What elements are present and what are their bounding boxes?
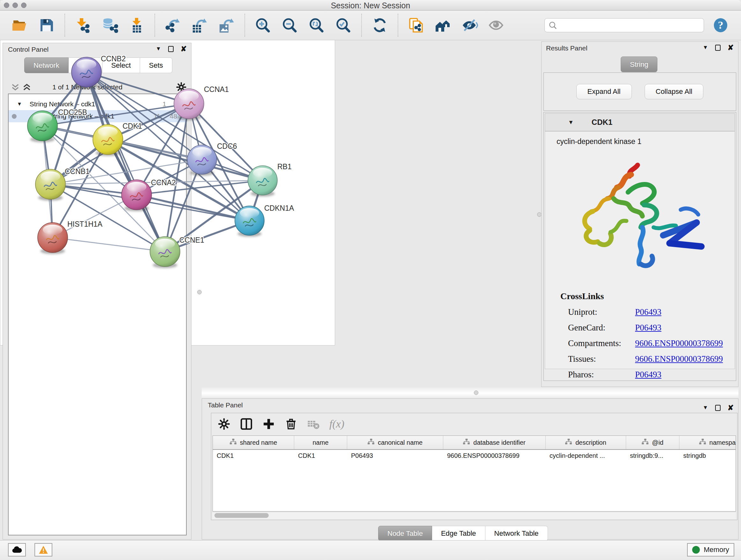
node-label: CCNB2 <box>101 55 126 63</box>
crosslink-row: Uniprot: P06493 <box>560 307 723 317</box>
network-canvas[interactable]: CCNB2CCNA1CDC25BCDK1CDC6RB1CCNB1CCNA2CDK… <box>0 0 334 327</box>
column-header-name[interactable]: name <box>294 436 347 449</box>
show-columns-icon[interactable] <box>240 418 253 430</box>
delete-table-icon-disabled <box>307 418 320 430</box>
help-icon[interactable]: ? <box>712 17 729 33</box>
column-header--id[interactable]: @id <box>626 436 679 449</box>
network-edge <box>86 72 189 104</box>
toolbar-separator <box>361 14 362 37</box>
horizontal-splitter[interactable] <box>202 388 738 398</box>
cloud-icon <box>11 546 22 554</box>
node-section-body: cyclin-dependent kinase 1 <box>545 131 735 369</box>
tab-string[interactable]: String <box>621 57 657 72</box>
status-bar: Memory <box>0 540 741 560</box>
column-header-database-identifier[interactable]: database identifier <box>443 436 546 449</box>
panel-menu-icon[interactable]: ▼ <box>703 44 708 51</box>
network-node: HIST1H1A <box>38 220 103 254</box>
section-collapse-icon[interactable]: ▼ <box>568 119 574 126</box>
node-label: HIST1H1A <box>67 220 103 228</box>
tab-edge-table[interactable]: Edge Table <box>432 526 485 541</box>
crosslink-link[interactable]: 9606.ENSP00000378699 <box>635 338 723 348</box>
crosslink-link[interactable]: P06493 <box>635 370 662 380</box>
table-cell[interactable]: stringdb <box>679 450 736 462</box>
panel-close-icon[interactable]: ✘ <box>728 45 734 51</box>
panel-menu-icon[interactable]: ▼ <box>703 405 708 411</box>
refresh-layout-icon[interactable] <box>372 17 388 33</box>
node-description: cyclin-dependent kinase 1 <box>556 137 642 146</box>
splitter-handle[interactable] <box>537 212 542 217</box>
hide-panel-eye-icon[interactable] <box>461 17 478 33</box>
memory-button[interactable]: Memory <box>687 543 734 557</box>
table-options-gear-icon[interactable] <box>218 418 230 430</box>
column-header-description[interactable]: description <box>546 436 626 449</box>
network-view: CCNB2CCNA1CDC25BCDK1CDC6RB1CCNB1CCNA2CDK… <box>0 0 335 346</box>
table-cell[interactable]: CDK1 <box>213 450 294 462</box>
table-cell[interactable]: P06493 <box>347 450 443 462</box>
table-horizontal-scrollbar[interactable] <box>212 512 736 519</box>
create-column-plus-icon[interactable] <box>262 418 275 430</box>
scrollbar-thumb[interactable] <box>214 513 269 518</box>
node-label: CCNA1 <box>204 85 229 94</box>
expand-all-button[interactable]: Expand All <box>576 84 632 99</box>
node-label: RB1 <box>277 163 292 171</box>
search-icon <box>548 21 558 30</box>
results-panel: Results Panel ▼ ✘ String Expand All Coll… <box>541 42 738 387</box>
warning-status-button[interactable] <box>35 543 52 557</box>
network-node: CCNA1 <box>174 85 229 120</box>
search-input[interactable] <box>544 18 704 32</box>
node-label: CDC6 <box>217 142 237 150</box>
attribute-browser: f(x) shared namenamecanonical namedataba… <box>211 413 738 520</box>
splitter-handle[interactable] <box>474 390 478 395</box>
tab-network-table[interactable]: Network Table <box>485 526 548 541</box>
crosslink-link[interactable]: 9606.ENSP00000378699 <box>635 354 723 364</box>
crosslink-label: GeneCard: <box>568 323 635 333</box>
crosslinks-section: CrossLinks Uniprot: P06493 GeneCard: P06… <box>560 291 723 385</box>
results-panel-title: Results Panel <box>546 44 588 52</box>
results-scroll-area: ▼ CDK1 cyclin-dependent kinase 1 <box>543 112 736 381</box>
svg-text:?: ? <box>718 19 724 31</box>
table-cell[interactable]: CDK1 <box>294 450 347 462</box>
function-builder-icon-disabled: f(x) <box>329 418 344 430</box>
table-header-row: shared namenamecanonical namedatabase id… <box>213 436 736 450</box>
cloud-status-button[interactable] <box>8 543 26 557</box>
node-label: CDK1 <box>123 122 142 130</box>
protein-structure-image <box>561 154 721 282</box>
toolbar-separator <box>398 14 398 37</box>
table-cell[interactable]: cyclin-dependent ... <box>546 450 626 462</box>
node-label: CCNE1 <box>179 236 204 244</box>
column-type-icon <box>463 439 470 447</box>
show-panel-eye-icon[interactable] <box>488 17 505 33</box>
node-section-header[interactable]: ▼ CDK1 <box>545 113 735 131</box>
table-toolbar: f(x) <box>211 413 737 435</box>
panel-close-icon[interactable]: ✘ <box>728 405 734 411</box>
node-label: CDKN1A <box>264 204 294 212</box>
node-label: CCNA2 <box>151 179 176 187</box>
table-row[interactable]: CDK1CDK1P064939606.ENSP00000378699cyclin… <box>213 450 736 462</box>
table-panel-title: Table Panel <box>208 401 243 409</box>
zoom-selected-icon[interactable] <box>335 17 352 33</box>
column-type-icon <box>367 439 375 447</box>
crosslink-row: Pharos: P06493 <box>560 370 723 380</box>
crosslink-row: Tissues: 9606.ENSP00000378699 <box>560 354 723 364</box>
table-panel: Table Panel ▼ ✘ <box>202 398 738 540</box>
column-header-namespace[interactable]: namespace <box>679 436 736 449</box>
crosslink-row: Compartments: 9606.ENSP00000378699 <box>560 338 723 348</box>
crosslink-row: GeneCard: P06493 <box>560 323 723 333</box>
crosslinks-title: CrossLinks <box>560 291 723 301</box>
column-header-shared-name[interactable]: shared name <box>213 436 294 449</box>
node-attribute-table: shared namenamecanonical namedatabase id… <box>212 435 736 511</box>
copy-network-icon[interactable] <box>408 17 424 33</box>
crosslink-link[interactable]: P06493 <box>635 323 662 333</box>
section-node-name: CDK1 <box>592 118 612 127</box>
column-header-canonical-name[interactable]: canonical name <box>347 436 443 449</box>
collapse-all-button[interactable]: Collapse All <box>645 84 704 99</box>
crosslink-link[interactable]: P06493 <box>635 307 662 317</box>
delete-column-trash-icon[interactable] <box>285 418 297 430</box>
show-all-networks-icon[interactable] <box>434 17 451 33</box>
panel-float-icon[interactable] <box>715 405 721 411</box>
table-cell[interactable]: 9606.ENSP00000378699 <box>443 450 546 462</box>
tab-node-table[interactable]: Node Table <box>378 526 432 541</box>
panel-float-icon[interactable] <box>715 45 721 51</box>
table-cell[interactable]: stringdb:9... <box>626 450 679 462</box>
crosslink-label: Tissues: <box>568 354 635 364</box>
